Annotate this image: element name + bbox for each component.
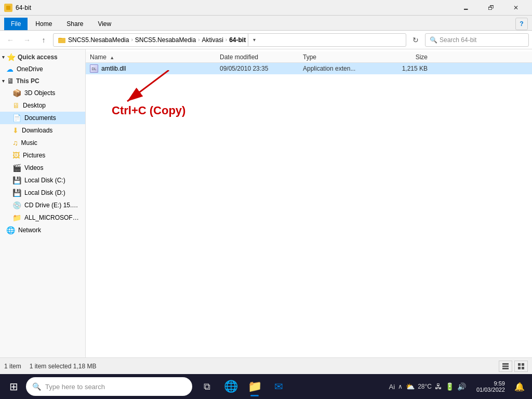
breadcrumb-3: Aktivasi [202,36,223,44]
network-tray-icon[interactable]: 🖧 [435,382,442,391]
sidebar-item-network[interactable]: 🌐 Network [0,224,85,236]
quick-access-label: Quick access [18,54,58,61]
ribbon: File Home Share View ? [0,16,532,31]
sidebar-pictures-label: Pictures [23,152,45,159]
sidebar-item-allmicrosoft[interactable]: 📁 ALL_MICROSOFT_O... [0,211,85,224]
address-bar: ← → ↑ SNCS5.NesabaMedia › SNCS5.NesabaMe… [0,31,532,49]
sidebar-videos-label: Videos [24,164,43,171]
taskbar-app-explorer[interactable]: 📁 [243,375,266,398]
network-icon: 🌐 [6,226,15,234]
tab-view[interactable]: View [91,18,118,30]
sidebar-3dobjects-label: 3D Objects [24,89,55,97]
taskbar-app-taskview[interactable]: ⧉ [195,375,218,398]
taskbar-app-mail[interactable]: ✉ [267,375,290,398]
weather-icon: ⛅ [406,382,415,391]
sidebar-diskd-label: Local Disk (D:) [24,189,65,196]
address-path[interactable]: SNCS5.NesabaMedia › SNCS5.NesabaMedia › … [53,33,406,47]
minimize-button[interactable]: 🗕 [454,0,478,16]
sidebar-section-thispc[interactable]: ▾ 🖥 This PC [0,75,85,87]
file-cell-date: 09/05/2010 23:35 [220,65,303,72]
sidebar-item-videos[interactable]: 🎬 Videos [0,162,85,174]
search-icon: 🔍 [430,36,437,44]
chevron-down-icon: ▾ [2,55,5,60]
sidebar-item-diskd[interactable]: 💾 Local Disk (D:) [0,187,85,199]
title-bar-controls: 🗕 🗗 ✕ [454,0,528,16]
tab-home[interactable]: Home [29,18,59,30]
sidebar-cde-label: CD Drive (E:) 15.0.4... [24,202,81,209]
breadcrumb-2: SNCS5.NesabaMedia [135,36,196,44]
help-button[interactable]: ? [515,18,528,30]
taskbar-app-edge[interactable]: 🌐 [219,375,242,398]
sidebar-item-onedrive[interactable]: ☁ OneDrive [0,63,85,75]
tab-file[interactable]: File [4,18,28,30]
svg-rect-10 [518,367,521,369]
tab-share[interactable]: Share [60,18,90,30]
file-cell-type: Application exten... [303,65,376,72]
notification-button[interactable]: 🔔 [511,375,528,398]
sort-icon: ▲ [110,55,114,60]
ribbon-tabs: File Home Share View ? [0,16,532,30]
sidebar-item-documents[interactable]: 📄 Documents [0,112,85,124]
chevron-down-icon-pc: ▾ [2,78,5,84]
svg-rect-11 [522,367,524,369]
clock-time: 9:59 [494,380,505,387]
forward-button[interactable]: → [20,33,34,47]
folder-icon [58,36,66,44]
up-button[interactable]: ↑ [36,33,51,47]
sidebar-section-quick-access[interactable]: ▾ ⭐ Quick access [0,51,85,63]
sidebar-item-music[interactable]: ♫ Music [0,137,85,149]
folder-documents-icon: 📄 [12,114,21,122]
sidebar-item-desktop[interactable]: 🖥 Desktop [0,99,85,112]
sidebar-item-cde[interactable]: 💿 CD Drive (E:) 15.0.4... [0,199,85,211]
disk-d-icon: 💾 [12,189,21,197]
sidebar-item-diskc[interactable]: 💾 Local Disk (C:) [0,174,85,187]
address-dropdown[interactable]: ▾ [248,33,260,47]
svg-rect-9 [522,363,524,366]
sidebar-diskc-label: Local Disk (C:) [24,177,65,184]
taskbar-right: Ai ∧ ⛅ 28°C 🖧 🔋 🔊 9:59 01/03/2022 🔔 [385,375,530,398]
folder-videos-icon: 🎬 [12,164,21,172]
quick-access-icon: ⭐ [7,53,16,61]
refresh-button[interactable]: ↻ [408,33,423,47]
sidebar-downloads-label: Downloads [22,127,52,134]
taskbar-search-box[interactable]: 🔍 Type here to search [26,377,192,396]
sidebar-item-downloads[interactable]: ⬇ Downloads [0,124,85,137]
taskbar-search-text: Type here to search [45,383,105,391]
title-bar-icon [4,4,12,12]
explorer-icon: 📁 [248,380,262,393]
col-header-name[interactable]: Name ▲ [90,54,220,61]
svg-rect-6 [502,365,509,367]
col-header-size[interactable]: Size [376,54,428,61]
folder-desktop-icon: 🖥 [12,101,20,110]
speaker-icon[interactable]: 🔊 [457,382,466,391]
clock-date: 01/03/2022 [476,387,505,393]
maximize-button[interactable]: 🗗 [479,0,503,16]
onedrive-icon: ☁ [6,65,14,73]
search-text: Search 64-bit [440,36,476,44]
taskbar-clock[interactable]: 9:59 01/03/2022 [472,380,509,393]
view-details-button[interactable] [499,361,512,372]
status-left: 1 item 1 item selected 1,18 MB [4,363,96,370]
title-bar: 64-bit 🗕 🗗 ✕ [0,0,532,16]
start-button[interactable]: ⊞ [2,375,25,398]
chevron-up-icon[interactable]: ∧ [398,383,403,390]
col-header-type[interactable]: Type [303,54,376,61]
search-box[interactable]: 🔍 Search 64-bit [425,33,529,47]
dll-icon: DL [90,64,98,73]
onedrive-label: OneDrive [17,65,43,73]
taskbar-systray: Ai ∧ ⛅ 28°C 🖧 🔋 🔊 [385,382,470,391]
sidebar-item-pictures[interactable]: 🖼 Pictures [0,149,85,162]
table-row[interactable]: DL amtlib.dll 09/05/2010 23:35 Applicati… [86,63,532,74]
selected-info: 1 item selected 1,18 MB [30,363,97,370]
notification-icon: 🔔 [514,382,525,392]
weather-temp: 28°C [418,383,432,390]
edge-icon: 🌐 [224,380,238,393]
col-header-date[interactable]: Date modified [220,54,303,61]
disk-c-icon: 💾 [12,176,21,184]
back-button[interactable]: ← [3,33,18,47]
close-button[interactable]: ✕ [504,0,528,16]
ai-label[interactable]: Ai [389,383,395,391]
view-icons-button[interactable] [514,361,528,372]
taskview-icon: ⧉ [204,381,210,392]
sidebar-item-3dobjects[interactable]: 📦 3D Objects [0,87,85,99]
